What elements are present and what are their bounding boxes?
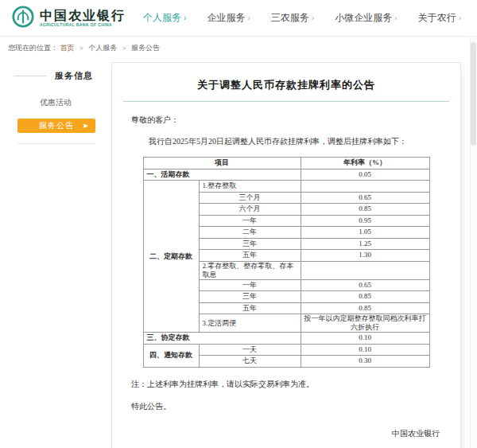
body: 服务信息 优惠活动 服务公告 ▶ 关于调整人民币存款挂牌利率的公告 尊敬的客户：… [0, 62, 477, 448]
site-header: 中国农业银行 AGRICULTURAL BANK OF CHINA 个人服务› … [0, 0, 477, 37]
col-header-item: 项目 [143, 158, 301, 169]
breadcrumb-separator: > [122, 45, 126, 52]
cell-rate: 0.10 [301, 344, 429, 356]
cell-rate: 按一年以内定期整存整取同档次利率打六折执行 [301, 314, 429, 333]
cell-demand-label: 一、活期存款 [143, 169, 301, 181]
cell-label: 2.零存整取、整存零取、存本取息 [199, 261, 301, 279]
cell-rate: 0.85 [301, 204, 429, 216]
breadcrumb-personal-services[interactable]: 个人服务 [88, 44, 117, 52]
breadcrumb-separator: > [80, 45, 83, 52]
cell-rate: 1.25 [301, 238, 429, 250]
sidebar-section-header: 服务信息 [0, 70, 111, 82]
chevron-right-icon: › [459, 14, 461, 22]
nav-label: 三农服务 [271, 12, 309, 23]
cell-rate [301, 261, 429, 279]
cell-label: 七天 [199, 356, 301, 368]
cell-rate: 1.05 [301, 227, 429, 239]
sidebar-item-promotions[interactable]: 优惠活动 [0, 97, 111, 108]
arrow-right-icon: ▶ [84, 119, 89, 133]
cell-rate: 0.95 [301, 215, 429, 227]
cell-label: 一年 [199, 215, 301, 227]
sidebar-item-label: 服务公告 [39, 120, 74, 131]
logo-name-en: AGRICULTURAL BANK OF CHINA [40, 22, 126, 28]
notice-signature: 中国农业银行 [112, 428, 440, 439]
cell-label: 一天 [199, 344, 301, 356]
primary-nav: 个人服务› 企业服务› 三农服务› 小微企业服务› 关于农行› [126, 11, 477, 25]
cell-label: 三年 [199, 238, 301, 250]
notice-intro: 我行自2025年5月20日起调整人民币存款挂牌利率，调整后挂牌利率如下： [133, 136, 440, 147]
title-underline [123, 101, 449, 102]
breadcrumb-prefix: 您现在的位置： [8, 44, 58, 52]
cell-call-deposit-group: 四、通知存款 [143, 344, 199, 367]
nav-corporate-services[interactable]: 企业服务› [207, 11, 250, 25]
col-header-rate: 年利率（%） [301, 158, 429, 169]
cell-rate [301, 181, 429, 193]
cell-label: 二年 [199, 227, 301, 239]
cell-rate: 0.85 [301, 302, 429, 314]
rate-table: 项目 年利率（%） 一、活期存款 0.05 二、定期存款 1.整存整取 三个月 … [143, 157, 430, 368]
nav-rural-services[interactable]: 三农服务› [271, 11, 314, 25]
table-row: 三、协定存款 0.10 [143, 333, 429, 345]
cell-demand-rate: 0.05 [301, 169, 429, 181]
nav-about-bank[interactable]: 关于农行› [418, 11, 461, 25]
cell-label: 三年 [199, 291, 301, 303]
scrollbar-thumb[interactable] [471, 42, 476, 146]
cell-rate: 0.30 [301, 356, 429, 368]
abc-bank-emblem-icon [11, 5, 35, 32]
table-row: 一、活期存款 0.05 [143, 169, 429, 181]
nav-label: 个人服务 [143, 12, 181, 23]
cell-label: 3.定活两便 [199, 314, 301, 333]
cell-rate: 0.85 [301, 291, 429, 303]
notice-closing: 特此公告。 [131, 401, 460, 412]
cell-label: 三个月 [199, 192, 301, 204]
cell-label: 五年 [199, 250, 301, 262]
bank-logo[interactable]: 中国农业银行 AGRICULTURAL BANK OF CHINA [11, 5, 126, 32]
scrollbar-track[interactable] [470, 37, 477, 448]
sidebar-item-service-notices[interactable]: 服务公告 ▶ [17, 119, 95, 133]
nav-label: 企业服务 [207, 12, 245, 23]
chevron-right-icon: › [394, 14, 397, 22]
nav-label: 小微企业服务 [335, 12, 392, 23]
breadcrumb-service-notices[interactable]: 服务公告 [131, 44, 160, 52]
table-row: 四、通知存款 一天 0.10 [143, 344, 429, 356]
sidebar-dash-divider [14, 76, 47, 76]
cell-label: 六个月 [199, 204, 301, 216]
notice-salutation: 尊敬的客户： [131, 115, 460, 126]
cell-time-deposit-group: 二、定期存款 [143, 181, 199, 333]
page: 中国农业银行 AGRICULTURAL BANK OF CHINA 个人服务› … [0, 0, 477, 448]
sidebar-section-title: 服务信息 [55, 70, 93, 82]
cell-rate: 0.65 [301, 279, 429, 291]
nav-personal-services[interactable]: 个人服务› [143, 11, 186, 25]
chevron-right-icon: › [184, 14, 186, 22]
sidebar: 服务信息 优惠活动 服务公告 ▶ [0, 62, 111, 144]
notice-title: 关于调整人民币存款挂牌利率的公告 [112, 78, 460, 92]
table-header-row: 项目 年利率（%） [143, 158, 429, 169]
cell-rate: 0.65 [301, 192, 429, 204]
chevron-right-icon: › [312, 14, 314, 22]
nav-small-business-services[interactable]: 小微企业服务› [335, 11, 397, 25]
cell-agreement-label: 三、协定存款 [143, 333, 301, 345]
notice-footnote: 注：上述利率为挂牌利率，请以实际交易利率为准。 [131, 379, 460, 390]
logo-name-cn: 中国农业银行 [40, 9, 126, 22]
table-row: 二、定期存款 1.整存整取 [143, 181, 429, 193]
chevron-right-icon: › [247, 14, 250, 22]
cell-label: 一年 [199, 279, 301, 291]
notice-panel: 关于调整人民币存款挂牌利率的公告 尊敬的客户： 我行自2025年5月20日起调整… [111, 62, 461, 448]
nav-label: 关于农行 [418, 12, 456, 23]
sidebar-divider [17, 143, 95, 144]
cell-label: 五年 [199, 302, 301, 314]
cell-agreement-rate: 0.10 [301, 333, 429, 345]
cell-rate: 1.30 [301, 250, 429, 262]
cell-label: 1.整存整取 [199, 181, 301, 193]
logo-text: 中国农业银行 AGRICULTURAL BANK OF CHINA [40, 9, 126, 28]
breadcrumb-home[interactable]: 首页 [60, 44, 75, 52]
breadcrumb: 您现在的位置： 首页 > 个人服务 > 服务公告 [0, 37, 477, 56]
